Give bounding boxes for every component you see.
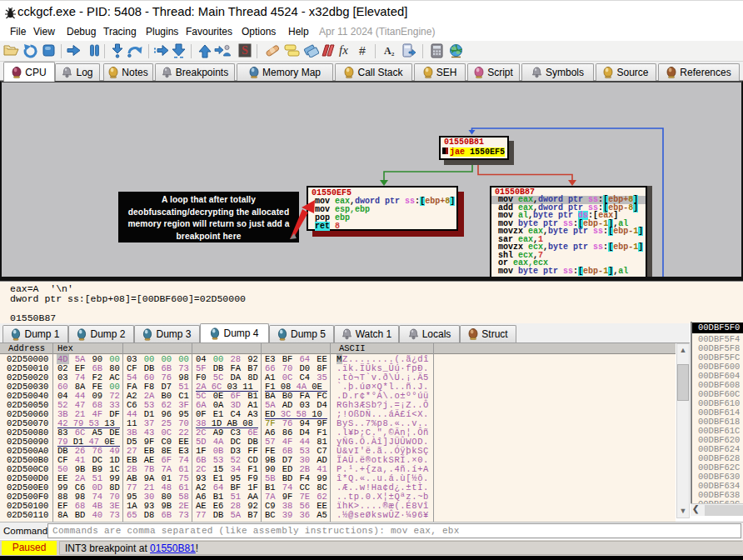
svg-text:A₂: A₂ <box>384 45 395 57</box>
svg-text:#: # <box>359 44 366 58</box>
svg-text:fx: fx <box>339 43 348 57</box>
svg-text:S: S <box>242 44 248 57</box>
